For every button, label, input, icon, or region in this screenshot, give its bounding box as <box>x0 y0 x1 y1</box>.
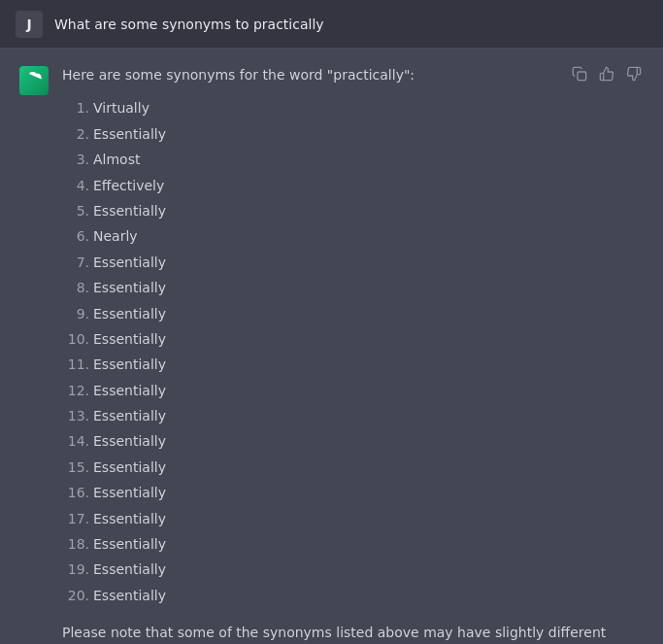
list-item: 10.Essentially <box>62 326 644 352</box>
item-number: 14. <box>62 430 89 452</box>
item-number: 15. <box>62 457 89 478</box>
list-item: 6.Nearly <box>62 223 644 249</box>
list-item: 17.Essentially <box>62 506 644 531</box>
assistant-avatar <box>19 66 49 95</box>
list-item: 1.Virtually <box>62 95 644 120</box>
item-number: 13. <box>62 405 89 426</box>
item-number: 3. <box>62 149 89 170</box>
item-word: Nearly <box>93 225 138 247</box>
list-item: 15.Essentially <box>62 455 644 480</box>
thumbs-down-button[interactable] <box>624 64 644 84</box>
item-number: 7. <box>62 252 89 273</box>
item-word: Essentially <box>93 328 166 350</box>
header-icon: J <box>16 11 43 38</box>
item-word: Essentially <box>93 252 166 273</box>
item-word: Essentially <box>93 123 166 145</box>
item-number: 9. <box>62 303 89 324</box>
copy-button[interactable] <box>570 64 589 84</box>
list-item: 18.Essentially <box>62 531 644 557</box>
message-actions <box>570 64 644 84</box>
header: J What are some synonyms to practically <box>0 0 663 49</box>
list-item: 3.Almost <box>62 147 644 172</box>
list-item: 4.Effectively <box>62 173 644 198</box>
item-number: 5. <box>62 200 89 221</box>
item-number: 20. <box>62 585 89 606</box>
item-word: Almost <box>93 149 140 170</box>
item-word: Essentially <box>93 277 166 298</box>
header-title: What are some synonyms to practically <box>54 17 324 32</box>
item-word: Essentially <box>93 380 166 401</box>
list-item: 19.Essentially <box>62 557 644 582</box>
item-number: 1. <box>62 97 89 119</box>
item-number: 18. <box>62 533 89 555</box>
item-number: 8. <box>62 277 89 298</box>
list-item: 2.Essentially <box>62 121 644 147</box>
note-text: Please note that some of the synonyms li… <box>62 622 644 644</box>
list-item: 14.Essentially <box>62 428 644 454</box>
list-item: 9.Essentially <box>62 301 644 326</box>
item-word: Essentially <box>93 482 166 503</box>
list-item: 16.Essentially <box>62 480 644 505</box>
item-word: Essentially <box>93 508 166 529</box>
chat-area: Here are some synonyms for the word "pra… <box>0 49 663 644</box>
item-number: 12. <box>62 380 89 401</box>
list-item: 7.Essentially <box>62 250 644 275</box>
item-word: Virtually <box>93 97 149 119</box>
item-word: Essentially <box>93 559 166 580</box>
item-number: 11. <box>62 354 89 375</box>
synonym-list: 1.Virtually2.Essentially3.Almost4.Effect… <box>62 95 644 608</box>
item-word: Essentially <box>93 303 166 324</box>
intro-text: Here are some synonyms for the word "pra… <box>62 64 644 85</box>
list-item: 13.Essentially <box>62 403 644 428</box>
list-item: 11.Essentially <box>62 352 644 377</box>
item-number: 10. <box>62 328 89 350</box>
item-number: 4. <box>62 175 89 196</box>
item-word: Essentially <box>93 405 166 426</box>
item-word: Essentially <box>93 354 166 375</box>
item-number: 19. <box>62 559 89 580</box>
list-item: 8.Essentially <box>62 275 644 300</box>
item-word: Effectively <box>93 175 164 196</box>
item-number: 6. <box>62 225 89 247</box>
message-content: Here are some synonyms for the word "pra… <box>62 64 644 644</box>
message-block: Here are some synonyms for the word "pra… <box>19 64 644 644</box>
list-item: 5.Essentially <box>62 198 644 223</box>
item-word: Essentially <box>93 585 166 606</box>
item-word: Essentially <box>93 200 166 221</box>
item-word: Essentially <box>93 457 166 478</box>
item-number: 2. <box>62 123 89 145</box>
svg-rect-0 <box>578 72 586 81</box>
item-number: 16. <box>62 482 89 503</box>
list-item: 12.Essentially <box>62 378 644 403</box>
item-word: Essentially <box>93 430 166 452</box>
item-number: 17. <box>62 508 89 529</box>
thumbs-up-button[interactable] <box>597 64 616 84</box>
item-word: Essentially <box>93 533 166 555</box>
list-item: 20.Essentially <box>62 583 644 608</box>
